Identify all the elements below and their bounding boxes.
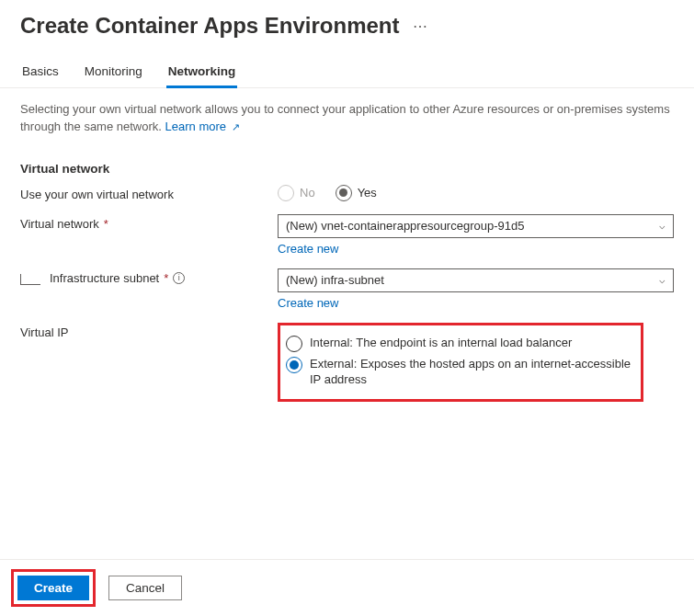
subnet-create-new-link[interactable]: Create new	[278, 296, 674, 310]
vnet-select[interactable]: (New) vnet-containerappresourcegroup-91d…	[278, 214, 674, 238]
tab-monitoring[interactable]: Monitoring	[83, 64, 144, 87]
more-icon[interactable]: ⋯	[413, 17, 428, 35]
create-button[interactable]: Create	[17, 576, 89, 600]
radio-no-label: No	[300, 186, 315, 200]
vip-option-internal[interactable]: Internal: The endpoint is an internal lo…	[286, 335, 631, 352]
vnet-selected-value: (New) vnet-containerappresourcegroup-91d…	[286, 219, 524, 233]
learn-more-link[interactable]: Learn more ↗	[165, 120, 240, 133]
learn-more-label: Learn more	[165, 120, 226, 133]
footer: Create Cancel	[0, 559, 694, 616]
label-infra-subnet: Infrastructure subnet	[50, 271, 159, 285]
tree-connector-icon	[20, 274, 40, 285]
cancel-button[interactable]: Cancel	[108, 576, 182, 600]
section-virtual-network: Virtual network	[20, 162, 674, 176]
info-icon[interactable]: i	[173, 272, 185, 284]
intro-body: Selecting your own virtual network allow…	[20, 102, 670, 133]
virtual-ip-group: Internal: The endpoint is an internal lo…	[278, 323, 643, 402]
radio-yes-label: Yes	[358, 186, 377, 200]
radio-yes[interactable]: Yes	[336, 185, 377, 201]
own-vnet-radio-group: No Yes	[278, 185, 674, 201]
tab-networking[interactable]: Networking	[166, 64, 238, 88]
chevron-down-icon: ⌵	[659, 220, 666, 232]
subnet-select[interactable]: (New) infra-subnet ⌵	[278, 268, 674, 292]
label-virtual-network: Virtual network	[20, 217, 99, 231]
intro-text: Selecting your own virtual network allow…	[20, 101, 674, 136]
required-indicator: *	[104, 217, 108, 231]
subnet-selected-value: (New) infra-subnet	[286, 273, 384, 287]
vip-option-external[interactable]: External: Exposes the hosted apps on an …	[286, 356, 631, 388]
page-title: Create Container Apps Environment	[20, 13, 400, 39]
vip-external-label: External: Exposes the hosted apps on an …	[310, 356, 631, 388]
external-link-icon: ↗	[232, 121, 240, 132]
label-virtual-ip: Virtual IP	[20, 323, 278, 339]
label-use-own-vnet: Use your own virtual network	[20, 185, 278, 201]
create-highlight: Create	[11, 569, 96, 607]
tab-basics[interactable]: Basics	[20, 64, 61, 87]
radio-no[interactable]: No	[278, 185, 315, 201]
tabs: Basics Monitoring Networking	[0, 46, 694, 88]
required-indicator: *	[164, 271, 168, 285]
chevron-down-icon: ⌵	[659, 274, 666, 286]
vip-internal-label: Internal: The endpoint is an internal lo…	[310, 335, 572, 351]
vnet-create-new-link[interactable]: Create new	[278, 242, 674, 256]
